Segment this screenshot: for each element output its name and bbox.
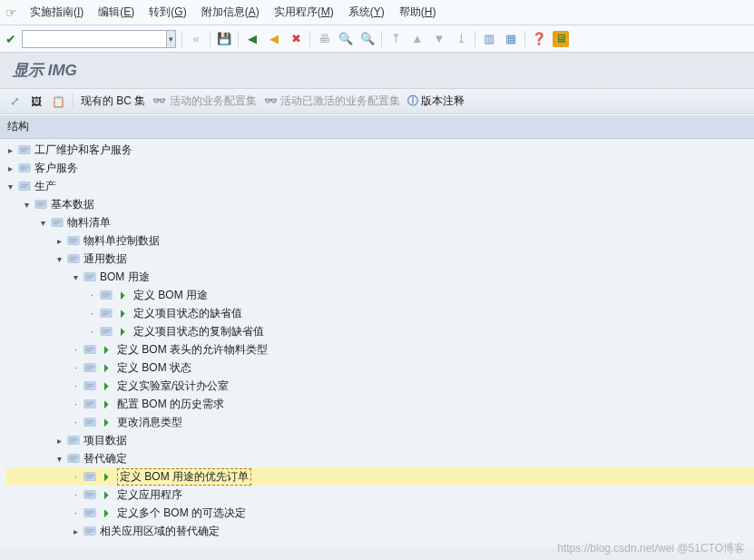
tree-row[interactable]: ▸相关应用区域的替代确定 [5,522,754,540]
collapse-icon[interactable]: « [188,31,204,47]
tree-row[interactable]: ▸物料单控制数据 [5,231,754,250]
layout1-icon[interactable]: ▥ [481,31,497,47]
layout2-icon[interactable]: ▦ [503,31,519,47]
menu-y[interactable]: 系统(Y) [348,5,385,18]
execute-icon[interactable]: ⏵ [100,416,113,429]
menu-i[interactable]: 实施指南(I) [30,5,83,18]
last-page-icon[interactable]: ⤓ [453,31,469,47]
toggle-icon[interactable]: · [71,418,81,427]
execute-icon[interactable]: ⏵ [100,398,113,411]
execute-icon[interactable]: ⏵ [100,470,113,484]
img-icon[interactable]: 🖼 [29,94,44,109]
toggle-icon[interactable]: ▸ [5,145,15,155]
tree-row[interactable]: ▸工厂维护和客户服务 [5,141,754,159]
toggle-icon[interactable]: ▾ [71,272,81,282]
tree-row[interactable]: ·⏵定义应用程序 [5,486,754,504]
toggle-icon[interactable]: ▾ [54,254,64,264]
chevron-down-icon[interactable]: ▾ [166,31,175,47]
separator [238,31,239,47]
toggle-icon[interactable]: ▾ [5,182,15,192]
toggle-icon[interactable]: ▸ [54,236,64,246]
prev-page-icon[interactable]: ▲ [409,31,426,47]
toggle-icon[interactable]: · [71,399,81,409]
doc-icon [50,216,64,230]
tree-row[interactable]: ▾通用数据 [5,250,754,268]
toggle-icon[interactable]: ▸ [71,526,81,536]
menu-h[interactable]: 帮助(H) [399,5,436,18]
execute-icon[interactable]: ⏵ [116,289,130,302]
tree-row[interactable]: ·⏵定义 BOM 用途的优先订单 [5,467,754,486]
execute-icon[interactable]: ⏵ [100,379,113,393]
bcset-button[interactable]: 现有的 BC 集 [81,93,145,109]
tree-label: 基本数据 [51,197,94,212]
doc-icon [99,307,113,320]
print-icon[interactable]: 🖶 [316,31,332,47]
toggle-icon[interactable]: · [71,345,81,355]
help-icon[interactable]: ❓ [531,31,547,47]
tree-row[interactable]: ▸客户服务 [5,159,754,177]
toggle-icon[interactable]: ▾ [54,454,64,464]
back-icon[interactable]: ◀ [244,31,260,47]
doc-icon [66,434,81,447]
toggle-icon[interactable]: ▸ [5,163,15,173]
tree-row[interactable]: ▾BOM 用途 [5,268,754,286]
command-field[interactable]: ▾ [22,30,176,48]
tree-label: 工厂维护和客户服务 [34,142,132,158]
menu-a[interactable]: 附加信息(A) [201,5,259,18]
tree-row[interactable]: ·⏵定义项目状态的缺省值 [5,304,754,322]
execute-icon[interactable]: ⏵ [116,307,130,320]
doc-icon [83,416,97,429]
toggle-icon[interactable]: · [71,472,81,482]
toggle-icon[interactable]: · [71,381,81,391]
save-icon[interactable]: 💾 [216,31,232,47]
separator [475,31,475,47]
exit-icon[interactable]: ◀ [266,31,282,47]
clipboard-icon[interactable]: 📋 [51,94,65,109]
find-icon[interactable]: 🔍 [338,31,354,47]
tree-row[interactable]: ·⏵定义实验室/设计办公室 [5,377,754,395]
toggle-icon[interactable]: ▾ [38,218,48,228]
find-next-icon[interactable]: 🔍 [359,31,376,47]
active-config-set[interactable]: 👓 活动的业务配置集 [152,93,256,109]
tree-row[interactable]: ·⏵配置 BOM 的历史需求 [5,395,754,413]
version-notes[interactable]: ⓘ 版本注释 [407,93,465,109]
toggle-icon[interactable]: · [71,508,81,518]
local-layout-icon[interactable]: 🖥 [553,31,569,47]
command-input[interactable] [23,31,166,47]
tree-row[interactable]: ▾替代确定 [5,449,754,467]
toggle-icon[interactable]: ▾ [22,200,32,210]
menu-g[interactable]: 转到(G) [149,5,186,18]
tree-row[interactable]: ▾基本数据 [5,195,754,213]
tree-row[interactable]: ▸项目数据 [5,431,754,449]
next-page-icon[interactable]: ▼ [431,31,447,47]
toggle-icon[interactable]: ▸ [54,436,64,446]
cancel-icon[interactable]: ✖ [288,31,304,47]
tree-row[interactable]: ·⏵定义 BOM 用途 [5,286,754,304]
tree-row[interactable]: ·⏵定义项目状态的复制缺省值 [5,322,754,340]
tree-row[interactable]: ·⏵更改消息类型 [5,413,754,431]
tree-row[interactable]: ·⏵定义 BOM 表头的允许物料类型 [5,340,754,359]
tree-label: 配置 BOM 的历史需求 [117,397,224,412]
menu-e[interactable]: 编辑(E) [98,5,134,18]
tree-label: 客户服务 [34,161,78,176]
toggle-icon[interactable]: · [87,290,97,300]
toggle-icon[interactable]: · [71,490,81,500]
toggle-icon[interactable]: · [87,327,97,337]
expand-all-icon[interactable]: ⤢ [7,94,22,109]
menu-m[interactable]: 实用程序(M) [274,5,334,18]
execute-icon[interactable]: ⏵ [100,361,113,375]
tree-row[interactable]: ▾物料清单 [5,213,754,231]
tree-row[interactable]: ▾生产 [5,177,754,195]
tree-row[interactable]: ·⏵定义 BOM 状态 [5,359,754,377]
execute-icon[interactable]: ⏵ [100,488,113,502]
toggle-icon[interactable]: · [71,363,81,373]
tree-row[interactable]: ·⏵定义多个 BOM 的可选决定 [5,504,754,522]
ok-icon[interactable]: ✔ [5,32,16,46]
execute-icon[interactable]: ⏵ [100,343,113,357]
toggle-icon[interactable]: · [87,309,97,319]
execute-icon[interactable]: ⏵ [100,506,113,520]
activated-config-set[interactable]: 👓 活动已激活的业务配置集 [264,93,400,109]
first-page-icon[interactable]: ⤒ [387,31,404,47]
separator [181,31,182,47]
execute-icon[interactable]: ⏵ [116,325,130,339]
